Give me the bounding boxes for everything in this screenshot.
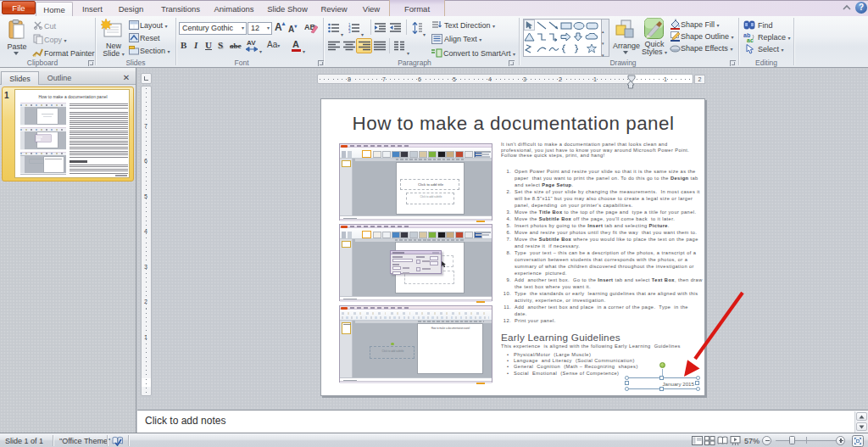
svg-text:3: 3 <box>348 30 351 33</box>
svg-text:ac: ac <box>747 37 754 42</box>
